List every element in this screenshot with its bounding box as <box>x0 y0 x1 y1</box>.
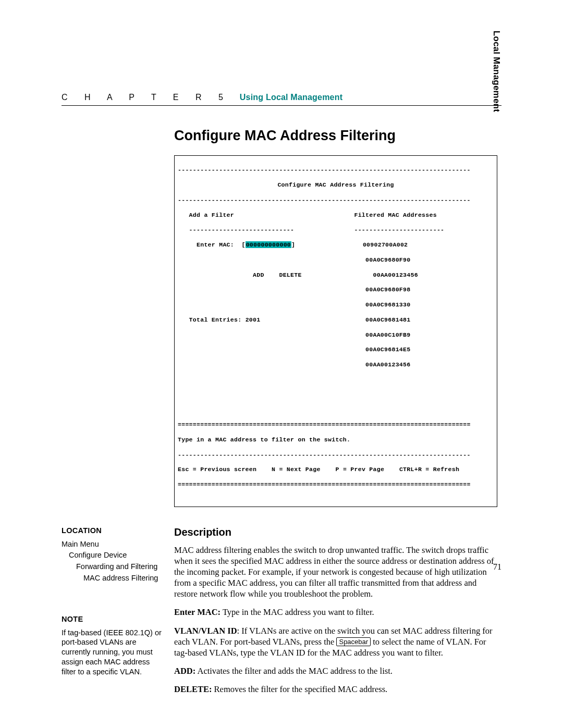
terminal-hint: Type in a MAC address to filter on the s… <box>175 436 497 443</box>
terminal-title: Configure MAC Address Filtering <box>175 181 497 189</box>
terminal-line <box>175 391 497 399</box>
mac-entry: 00A0C96814E5 <box>365 346 410 353</box>
rule-small: ------------------------ <box>354 226 444 233</box>
terminal-line <box>175 406 497 413</box>
note-block: NOTE If tag-based (IEEE 802.1Q) or port-… <box>62 614 163 677</box>
terminal-line: 00A0C9680F90 <box>175 256 497 264</box>
terminal-line: Total Entries: 2001 00A0C9681481 <box>175 316 497 324</box>
delete-button[interactable]: DELETE <box>279 272 301 278</box>
terminal-line <box>175 376 497 384</box>
terminal-line: 00AA00C10FB9 <box>175 331 497 339</box>
terminal-nav: Esc = Previous screen N = Next Page P = … <box>175 466 497 473</box>
breadcrumb-item: MAC address Filtering <box>83 573 163 584</box>
delete-paragraph: DELETE: Removes the filter for the speci… <box>174 684 501 695</box>
terminal-line: 00A0C9681330 <box>175 301 497 309</box>
chapter-label: C H A P T E R 5 <box>62 93 230 102</box>
filtered-label: Filtered MAC Addresses <box>354 212 436 218</box>
mac-entry: 00AA00C10FB9 <box>365 331 410 338</box>
nav-esc: Esc = Previous screen <box>178 466 256 473</box>
chapter-header: C H A P T E R 5 Using Local Management <box>62 93 501 106</box>
add-paragraph: ADD: Activates the filter and adds the M… <box>174 665 501 676</box>
side-tab: Local Management <box>491 31 501 112</box>
mac-entry: 00AA00123456 <box>365 361 410 368</box>
nav-refresh: CTRL+R = Refresh <box>399 466 459 473</box>
enter-mac-bold: Enter MAC: <box>174 607 221 617</box>
total-entries-label: Total Entries: <box>189 316 242 323</box>
delete-bold: DELETE: <box>174 684 212 694</box>
page-number: 71 <box>493 562 501 572</box>
mac-entry: 00A0C9681330 <box>365 301 410 308</box>
rule: ----------------------------------------… <box>175 196 497 204</box>
mac-entry: 00AA00123456 <box>373 272 418 278</box>
rule: ----------------------------------------… <box>175 451 497 459</box>
vlan-bold: VLAN/VLAN ID <box>174 626 237 636</box>
terminal-line: 00A0C9680F98 <box>175 286 497 293</box>
terminal-line: 00AA00123456 <box>175 361 497 368</box>
note-body: If tag-based (IEEE 802.1Q) or port-based… <box>62 628 163 677</box>
breadcrumb-item: Main Menu <box>62 539 163 550</box>
add-bold: ADD: <box>174 666 195 676</box>
mac-entry: 00902700A002 <box>363 241 408 248</box>
enter-mac-input[interactable]: 000000000000 <box>246 241 291 248</box>
add-filter-label: Add a Filter <box>189 212 234 218</box>
rule-small: ---------------------------- <box>189 226 295 233</box>
page-title: Configure MAC Address Filtering <box>174 128 501 144</box>
add-text: Activates the filter and adds the MAC ad… <box>195 666 393 676</box>
spacebar-keycap: Spacebar <box>336 637 371 647</box>
chapter-title: Using Local Management <box>240 93 342 102</box>
note-heading: NOTE <box>62 614 163 625</box>
terminal-line: ADD DELETE 00AA00123456 <box>175 272 497 279</box>
location-block: LOCATION Main Menu Configure Device Forw… <box>62 526 163 583</box>
rule: ========================================… <box>175 481 497 488</box>
mac-entry: 00A0C9680F90 <box>365 256 410 263</box>
terminal-line: Add a Filter Filtered MAC Addresses <box>175 212 497 219</box>
location-heading: LOCATION <box>62 526 163 536</box>
enter-mac-paragraph: Enter MAC: Type in the MAC address you w… <box>174 607 501 618</box>
delete-text: Removes the filter for the specified MAC… <box>212 684 387 694</box>
terminal-line: 00A0C96814E5 <box>175 346 497 353</box>
breadcrumb-item: Configure Device <box>69 550 163 561</box>
rule: ========================================… <box>175 421 497 428</box>
mac-entry: 00A0C9681481 <box>365 316 410 323</box>
vlan-paragraph: VLAN/VLAN ID: If VLANs are active on the… <box>174 625 501 658</box>
mac-entry: 00A0C9680F98 <box>365 286 410 293</box>
breadcrumb-item: Forwarding and Filtering <box>76 562 163 572</box>
description-paragraph: MAC address filtering enables the switch… <box>174 545 501 600</box>
total-entries-value: 2001 <box>246 316 261 323</box>
description-heading: Description <box>174 526 501 539</box>
enter-mac-text: Type in the MAC address you want to filt… <box>221 607 374 617</box>
terminal-line: Enter MAC: [000000000000] 00902700A002 <box>175 241 497 249</box>
rule: ----------------------------------------… <box>175 166 497 174</box>
nav-next: N = Next Page <box>272 466 321 473</box>
enter-mac-label: Enter MAC: <box>197 241 234 248</box>
nav-prev: P = Prev Page <box>335 466 384 473</box>
terminal-line: ---------------------------- -----------… <box>175 226 497 233</box>
terminal-screenshot: ----------------------------------------… <box>174 155 497 507</box>
add-button[interactable]: ADD <box>253 272 264 278</box>
